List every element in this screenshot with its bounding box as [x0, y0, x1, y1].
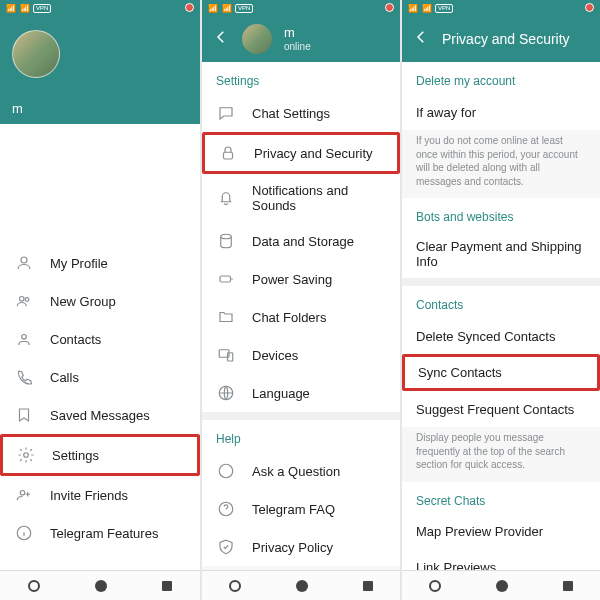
- nav-home-icon[interactable]: [496, 580, 508, 592]
- record-indicator-icon: [185, 3, 194, 12]
- menu-contacts[interactable]: Contacts: [0, 320, 200, 358]
- item-ask-question[interactable]: Ask a Question: [202, 452, 400, 490]
- item-privacy-security[interactable]: Privacy and Security: [202, 132, 400, 174]
- bell-icon: [216, 188, 236, 208]
- svg-point-2: [25, 298, 29, 302]
- svg-point-4: [24, 453, 29, 458]
- help-icon: [216, 499, 236, 519]
- avatar[interactable]: [12, 30, 60, 78]
- screen-settings: 📶📶 VPN m online Settings Chat Settings P…: [200, 0, 400, 600]
- bookmark-icon: [14, 405, 34, 425]
- svg-point-8: [221, 234, 232, 239]
- header-status: online: [284, 41, 311, 52]
- item-delete-synced-contacts[interactable]: Delete Synced Contacts: [402, 318, 600, 354]
- status-bar: 📶📶 VPN: [402, 0, 600, 16]
- item-suggest-frequent[interactable]: Suggest Frequent Contacts: [402, 391, 600, 427]
- nav-recent-icon[interactable]: [28, 580, 40, 592]
- nav-recent-icon[interactable]: [229, 580, 241, 592]
- gear-icon: [16, 445, 36, 465]
- item-sync-contacts[interactable]: Sync Contacts: [402, 354, 600, 391]
- screen-drawer: 📶📶 VPN m My Profile New Group Contacts C…: [0, 0, 200, 600]
- add-user-icon: [14, 485, 34, 505]
- avatar[interactable]: [242, 24, 272, 54]
- section-settings: Settings: [202, 62, 400, 94]
- item-if-away-for[interactable]: If away for: [402, 94, 600, 130]
- contact-icon: [14, 329, 34, 349]
- item-chat-folders[interactable]: Chat Folders: [202, 298, 400, 336]
- item-privacy-policy[interactable]: Privacy Policy: [202, 528, 400, 566]
- chat-icon: [216, 103, 236, 123]
- status-bar: 📶📶 VPN: [202, 0, 400, 16]
- privacy-header: Privacy and Security: [402, 16, 600, 62]
- section-bots-websites: Bots and websites: [402, 198, 600, 230]
- item-language[interactable]: Language: [202, 374, 400, 412]
- shield-icon: [216, 537, 236, 557]
- section-help: Help: [202, 420, 400, 452]
- svg-point-1: [20, 297, 25, 302]
- android-navbar: [202, 570, 400, 600]
- drawer-username: m: [12, 101, 23, 116]
- group-icon: [14, 291, 34, 311]
- phone-icon: [14, 367, 34, 387]
- section-secret-chats: Secret Chats: [402, 482, 600, 514]
- record-indicator-icon: [385, 3, 394, 12]
- globe-icon: [216, 383, 236, 403]
- item-chat-settings[interactable]: Chat Settings: [202, 94, 400, 132]
- settings-header: m online: [202, 16, 400, 62]
- menu-calls[interactable]: Calls: [0, 358, 200, 396]
- header-username: m: [284, 26, 311, 40]
- item-devices[interactable]: Devices: [202, 336, 400, 374]
- menu-my-profile[interactable]: My Profile: [0, 244, 200, 282]
- item-clear-payment[interactable]: Clear Payment and Shipping Info: [402, 230, 600, 278]
- item-notifications[interactable]: Notifications and Sounds: [202, 174, 400, 222]
- info-icon: [14, 523, 34, 543]
- item-telegram-faq[interactable]: Telegram FAQ: [202, 490, 400, 528]
- devices-icon: [216, 345, 236, 365]
- folder-icon: [216, 307, 236, 327]
- svg-point-5: [20, 491, 25, 496]
- android-navbar: [402, 570, 600, 600]
- nav-back-icon[interactable]: [162, 581, 172, 591]
- svg-rect-9: [220, 276, 231, 282]
- nav-home-icon[interactable]: [296, 580, 308, 592]
- lock-icon: [218, 143, 238, 163]
- battery-icon: [216, 269, 236, 289]
- nav-home-icon[interactable]: [95, 580, 107, 592]
- svg-point-3: [22, 335, 27, 340]
- back-button[interactable]: [212, 28, 230, 50]
- delete-account-description: If you do not come online at least once …: [402, 130, 600, 198]
- menu-new-group[interactable]: New Group: [0, 282, 200, 320]
- status-bar: 📶📶 VPN: [0, 0, 200, 16]
- screen-privacy: 📶📶 VPN Privacy and Security Delete my ac…: [400, 0, 600, 600]
- page-title: Privacy and Security: [442, 31, 570, 47]
- menu-telegram-features[interactable]: Telegram Features: [0, 514, 200, 552]
- drawer-header: m: [0, 16, 200, 124]
- nav-back-icon[interactable]: [563, 581, 573, 591]
- item-power-saving[interactable]: Power Saving: [202, 260, 400, 298]
- suggest-description: Display people you message frequently at…: [402, 427, 600, 482]
- chat-question-icon: [216, 461, 236, 481]
- item-data-storage[interactable]: Data and Storage: [202, 222, 400, 260]
- back-button[interactable]: [412, 28, 430, 50]
- nav-recent-icon[interactable]: [429, 580, 441, 592]
- nav-back-icon[interactable]: [363, 581, 373, 591]
- android-navbar: [0, 570, 200, 600]
- menu-saved-messages[interactable]: Saved Messages: [0, 396, 200, 434]
- user-icon: [14, 253, 34, 273]
- svg-rect-7: [224, 152, 233, 159]
- menu-settings[interactable]: Settings: [0, 434, 200, 476]
- svg-point-0: [21, 257, 27, 263]
- menu-invite-friends[interactable]: Invite Friends: [0, 476, 200, 514]
- database-icon: [216, 231, 236, 251]
- section-contacts: Contacts: [402, 286, 600, 318]
- section-delete-account: Delete my account: [402, 62, 600, 94]
- record-indicator-icon: [585, 3, 594, 12]
- item-map-preview[interactable]: Map Preview Provider: [402, 514, 600, 550]
